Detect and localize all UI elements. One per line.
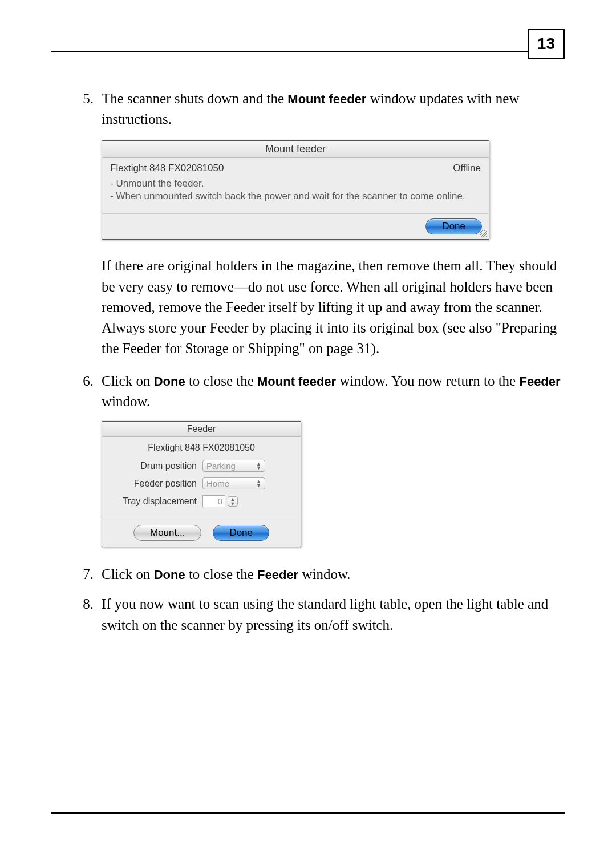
- step-8: 8. If you now want to scan using the sta…: [51, 594, 565, 636]
- step-6-bold-a: Done: [154, 374, 185, 388]
- step-7-part-c: window.: [302, 566, 350, 582]
- header-rule: [51, 51, 565, 52]
- step-6: 6. Click on Done to close the Mount feed…: [51, 371, 565, 412]
- step-5-part-a: The scanner shuts down and the: [102, 91, 287, 106]
- tray-displacement-label: Tray displacement: [111, 496, 202, 507]
- step-6-bold-b: Mount feeder: [257, 374, 336, 388]
- drum-position-label: Drum position: [111, 461, 202, 471]
- step-5-followup: If there are original holders in the mag…: [102, 256, 565, 359]
- feeder-dialog: Feeder Flextight 848 FX02081050 Drum pos…: [102, 421, 301, 547]
- feeder-position-select[interactable]: Home ▲▼: [202, 477, 265, 489]
- feeder-title: Feeder: [102, 422, 301, 437]
- select-arrows-icon: ▲▼: [256, 480, 261, 488]
- step-5-number: 5.: [51, 88, 102, 130]
- step-7-bold-b: Feeder: [257, 568, 298, 582]
- resize-grip-icon[interactable]: [480, 230, 487, 237]
- mount-feeder-instructions: - Unmount the feeder. - When unmounted s…: [102, 176, 489, 214]
- mount-feeder-line1: - Unmount the feeder.: [110, 177, 481, 191]
- step-7-bold-a: Done: [154, 568, 185, 582]
- feeder-position-label: Feeder position: [111, 479, 202, 489]
- drum-position-select[interactable]: Parking ▲▼: [202, 460, 265, 472]
- mount-feeder-dialog: Mount feeder Flextight 848 FX02081050 Of…: [102, 140, 489, 240]
- mount-feeder-device: Flextight 848 FX02081050: [110, 163, 224, 174]
- step-6-text: Click on Done to close the Mount feeder …: [102, 371, 565, 412]
- footer-rule: [51, 812, 565, 814]
- feeder-position-value: Home: [206, 479, 229, 488]
- tray-displacement-field[interactable]: 0: [202, 495, 225, 507]
- tray-displacement-stepper[interactable]: ▲ ▼: [228, 496, 238, 507]
- step-6-number: 6.: [51, 371, 102, 412]
- step-7-part-b: to close the: [189, 566, 257, 582]
- step-6-bold-c: Feeder: [519, 374, 560, 388]
- step-6-part-c: window. You now return to the: [339, 373, 519, 388]
- step-5: 5. The scanner shuts down and the Mount …: [51, 88, 565, 130]
- select-arrows-icon: ▲▼: [256, 462, 261, 470]
- stepper-down-icon: ▼: [230, 501, 236, 506]
- feeder-done-button[interactable]: Done: [213, 525, 269, 541]
- mount-feeder-status: Offline: [453, 163, 481, 174]
- step-6-part-d: window.: [102, 394, 150, 409]
- step-6-part-b: to close the: [189, 373, 257, 388]
- step-7: 7. Click on Done to close the Feeder win…: [51, 564, 565, 585]
- step-7-number: 7.: [51, 564, 102, 585]
- step-5-bold-a: Mount feeder: [287, 92, 366, 106]
- step-7-part-a: Click on: [102, 566, 154, 582]
- page-number: 13: [528, 29, 565, 59]
- feeder-mount-button[interactable]: Mount...: [133, 525, 201, 541]
- drum-position-value: Parking: [206, 461, 236, 471]
- mount-feeder-done-button[interactable]: Done: [425, 218, 482, 234]
- mount-feeder-title: Mount feeder: [102, 141, 489, 158]
- step-6-part-a: Click on: [102, 373, 154, 388]
- mount-feeder-line2: - When unmounted switch back the power a…: [110, 190, 481, 203]
- step-7-text: Click on Done to close the Feeder window…: [102, 564, 565, 585]
- feeder-device: Flextight 848 FX02081050: [111, 443, 291, 453]
- step-8-number: 8.: [51, 594, 102, 636]
- step-8-text: If you now want to scan using the standa…: [102, 594, 565, 636]
- step-5-text: The scanner shuts down and the Mount fee…: [102, 88, 565, 130]
